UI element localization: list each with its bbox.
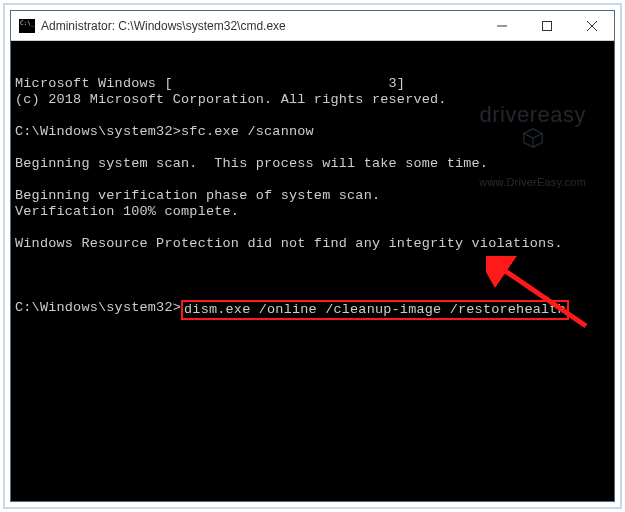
console-line: Beginning verification phase of system s…: [15, 188, 610, 204]
console-line: C:\Windows\system32>sfc.exe /scannow: [15, 124, 610, 140]
console-line: [15, 108, 610, 124]
annotation-arrow-icon: [486, 256, 596, 336]
console-line: Beginning system scan. This process will…: [15, 156, 610, 172]
console-line: Verification 100% complete.: [15, 204, 610, 220]
minimize-button[interactable]: [479, 11, 524, 40]
prompt-prefix: C:\Windows\system32>: [15, 300, 181, 320]
svg-rect-1: [542, 21, 551, 30]
console-output[interactable]: Microsoft Windows [ 3](c) 2018 Microsoft…: [11, 41, 614, 501]
console-line: (c) 2018 Microsoft Corporation. All righ…: [15, 92, 610, 108]
highlighted-command: dism.exe /online /cleanup-image /restore…: [181, 300, 569, 320]
console-line: [15, 220, 610, 236]
console-text-block: Microsoft Windows [ 3](c) 2018 Microsoft…: [15, 76, 610, 268]
console-line: [15, 252, 610, 268]
window-controls: [479, 11, 614, 40]
current-prompt-line: C:\Windows\system32>dism.exe /online /cl…: [15, 300, 610, 320]
console-line: [15, 172, 610, 188]
titlebar[interactable]: Administrator: C:\Windows\system32\cmd.e…: [11, 11, 614, 41]
console-line: Microsoft Windows [ 3]: [15, 76, 610, 92]
close-button[interactable]: [569, 11, 614, 40]
cmd-icon: [19, 19, 35, 33]
maximize-button[interactable]: [524, 11, 569, 40]
cmd-window: Administrator: C:\Windows\system32\cmd.e…: [10, 10, 615, 502]
window-title: Administrator: C:\Windows\system32\cmd.e…: [41, 19, 479, 33]
console-line: [15, 140, 610, 156]
console-line: Windows Resource Protection did not find…: [15, 236, 610, 252]
